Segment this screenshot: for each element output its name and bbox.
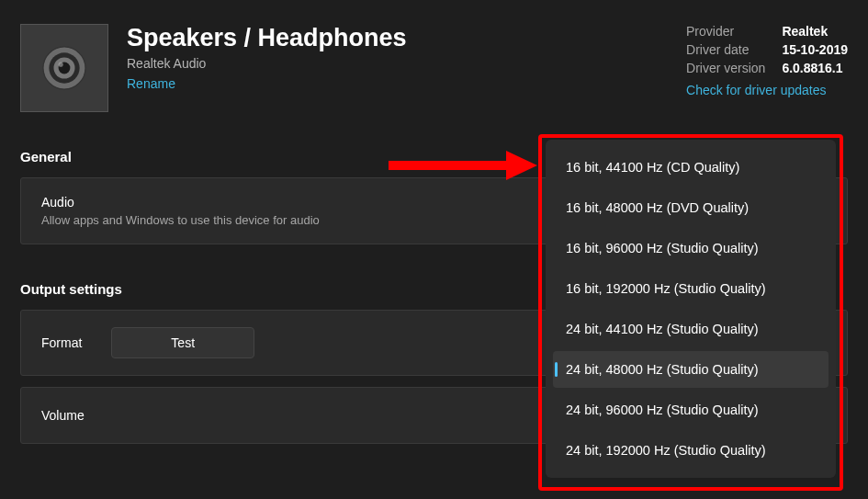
format-option[interactable]: 16 bit, 44100 Hz (CD Quality) — [553, 149, 829, 186]
format-label: Format — [41, 335, 82, 350]
device-subtitle: Realtek Audio — [127, 56, 668, 71]
rename-link[interactable]: Rename — [127, 76, 668, 91]
format-option[interactable]: 16 bit, 192000 Hz (Studio Quality) — [553, 270, 829, 307]
format-option[interactable]: 24 bit, 48000 Hz (Studio Quality) — [553, 351, 829, 388]
format-dropdown[interactable]: 16 bit, 44100 Hz (CD Quality)16 bit, 480… — [546, 140, 836, 478]
device-title: Speakers / Headphones — [127, 24, 668, 52]
driver-version-label: Driver version — [686, 61, 765, 75]
check-updates-link[interactable]: Check for driver updates — [686, 83, 848, 97]
audio-card-title: Audio — [41, 195, 320, 210]
audio-card-desc: Allow apps and Windows to use this devic… — [41, 213, 320, 227]
volume-label: Volume — [41, 408, 85, 423]
provider-value: Realtek — [782, 24, 848, 39]
format-option[interactable]: 24 bit, 192000 Hz (Studio Quality) — [553, 432, 829, 469]
format-option[interactable]: 24 bit, 44100 Hz (Studio Quality) — [553, 311, 829, 347]
driver-version-value: 6.0.8816.1 — [782, 61, 848, 75]
driver-meta: Provider Realtek Driver date 15-10-2019 … — [686, 24, 848, 97]
provider-label: Provider — [686, 24, 765, 39]
format-option[interactable]: 16 bit, 96000 Hz (Studio Quality) — [553, 230, 829, 267]
test-button[interactable]: Test — [111, 327, 254, 358]
driver-date-label: Driver date — [686, 42, 765, 57]
device-header: Speakers / Headphones Realtek Audio Rena… — [20, 24, 848, 112]
svg-point-4 — [59, 62, 63, 67]
format-option[interactable]: 24 bit, 96000 Hz (Studio Quality) — [553, 391, 829, 428]
format-option[interactable]: 16 bit, 48000 Hz (DVD Quality) — [553, 189, 829, 226]
driver-date-value: 15-10-2019 — [782, 42, 848, 57]
speaker-icon — [20, 24, 108, 112]
